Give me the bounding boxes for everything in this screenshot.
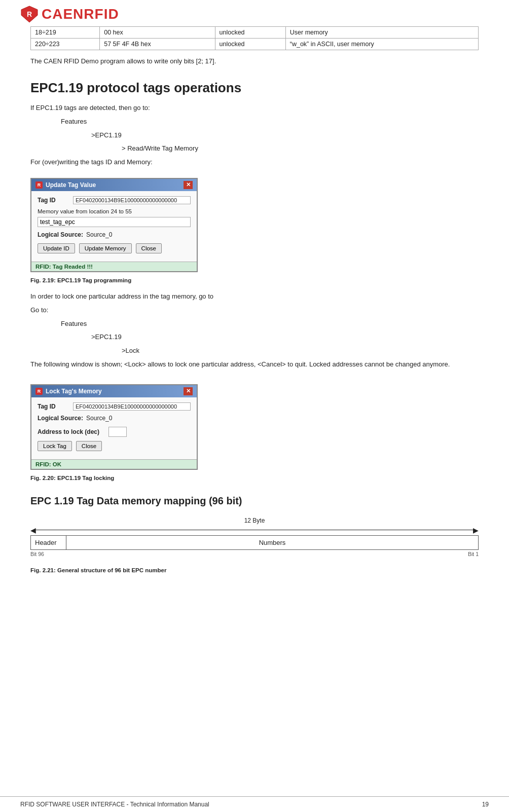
table-cell: unlocked — [215, 39, 285, 50]
table-cell: 220÷223 — [31, 39, 100, 50]
section2-para3: The following window is shown; <Lock> al… — [30, 359, 479, 370]
table-row: 220÷223 57 5F 4F 4B hex unlocked “w_ok” … — [31, 39, 479, 50]
table-cell: 57 5F 4F 4B hex — [100, 39, 215, 50]
update-tag-dialog: R Update Tag Value ✕ Tag ID EF0402000134… — [30, 178, 198, 272]
dialog1-buttons: Update ID Update Memory Close — [38, 243, 191, 253]
table-cell: 00 hex — [100, 27, 215, 39]
update-id-button[interactable]: Update ID — [38, 243, 75, 253]
dialog1-title: Update Tag Value — [46, 181, 96, 189]
dialog1-source-label: Logical Source: — [38, 231, 83, 238]
dialog1-body: Tag ID EF0402000134B9E10000000000000000 … — [31, 191, 197, 262]
dialog2-tagid-row: Tag ID EF0402000134B9E10000000000000000 — [38, 402, 191, 411]
table-cell: 18÷219 — [31, 27, 100, 39]
dialog1-titlebar: R Update Tag Value ✕ — [31, 179, 197, 191]
section2-epc: >EPC1.19 — [91, 332, 479, 343]
dialog1-source-value: Source_0 — [86, 231, 112, 238]
lock-tag-dialog-wrapper: R Lock Tag's Memory ✕ Tag ID EF040200013… — [30, 384, 198, 470]
section1-para1: If EPC1.19 tags are detected, then go to… — [30, 103, 479, 114]
dialog1-tagid-row: Tag ID EF0402000134B9E10000000000000000 — [38, 196, 191, 204]
memory-map-diagram: 12 Byte ◀ ▶ Header Numbers Bit 96 Bit 1 — [30, 517, 479, 557]
page-content: 18÷219 00 hex unlocked User memory 220÷2… — [0, 26, 509, 602]
dialog2-tagid-label: Tag ID — [38, 403, 73, 410]
section2-para1: In order to lock one particular address … — [30, 291, 479, 302]
dialog2-source-row: Logical Source: Source_0 — [38, 415, 191, 422]
fig1-caption: Fig. 2.19: EPC1.19 Tag programming — [30, 277, 479, 283]
lock-tag-dialog: R Lock Tag's Memory ✕ Tag ID EF040200013… — [30, 384, 198, 470]
arrow-left-tip: ◀ — [30, 526, 36, 534]
memory-map-bit-labels: Bit 96 Bit 1 — [30, 551, 479, 557]
dialog2-source-label: Logical Source: — [38, 415, 83, 422]
arrow-right-tip: ▶ — [473, 526, 479, 534]
dialog2-close-x-button[interactable]: ✕ — [184, 387, 193, 395]
table-cell: User memory — [285, 27, 478, 39]
lock-tag-button[interactable]: Lock Tag — [38, 441, 72, 451]
update-memory-button[interactable]: Update Memory — [79, 243, 132, 253]
intro-text: The CAEN RFID Demo program allows to wri… — [30, 57, 479, 65]
dialog1-close-button[interactable]: Close — [136, 243, 162, 253]
dialog1-tagid-value: EF0402000134B9E10000000000000000 — [73, 196, 191, 204]
section1-para2: For (over)writing the tags ID and Memory… — [30, 157, 479, 168]
dialog1-title-left: R Update Tag Value — [35, 181, 96, 189]
memory-map-cells: Header Numbers — [30, 535, 479, 550]
memory-map-byte-label: 12 Byte — [30, 517, 479, 524]
arrow-line — [36, 530, 473, 530]
dialog2-icon: R — [35, 388, 43, 395]
section2-lock: >Lock — [122, 346, 479, 356]
page-header: R CAENRFID — [0, 0, 509, 26]
fig2-caption: Fig. 2.20: EPC1.19 Tag locking — [30, 475, 479, 481]
table-cell: unlocked — [215, 27, 285, 39]
section1-features: Features — [61, 117, 479, 127]
dialog2-address-label: Address to lock (dec) — [38, 428, 108, 435]
bit-left-label: Bit 96 — [30, 551, 44, 557]
dialog1-memory-input[interactable] — [38, 217, 191, 227]
dialog2-title: Lock Tag's Memory — [46, 388, 102, 395]
dialog2-address-row: Address to lock (dec) — [38, 427, 191, 437]
dialog1-close-x-button[interactable]: ✕ — [184, 181, 193, 189]
dialog1-icon: R — [35, 181, 43, 189]
logo: R CAENRFID — [20, 5, 119, 23]
svg-text:R: R — [27, 10, 32, 18]
update-tag-dialog-wrapper: R Update Tag Value ✕ Tag ID EF0402000134… — [30, 178, 198, 272]
dialog2-close-button[interactable]: Close — [76, 441, 102, 451]
section1-epc: >EPC1.19 — [91, 130, 479, 141]
fig3-caption: Fig. 2.21: General structure of 96 bit E… — [30, 567, 479, 573]
memory-table: 18÷219 00 hex unlocked User memory 220÷2… — [30, 26, 479, 50]
page-footer: RFID SOFTWARE USER INTERFACE - Technical… — [0, 796, 509, 812]
table-row: 18÷219 00 hex unlocked User memory — [31, 27, 479, 39]
section2-features: Features — [61, 319, 479, 329]
dialog2-body: Tag ID EF0402000134B9E10000000000000000 … — [31, 397, 197, 459]
dialog2-title-left: R Lock Tag's Memory — [35, 388, 102, 395]
table-cell: “w_ok” in ASCII, user memory — [285, 39, 478, 50]
dialog1-source-row: Logical Source: Source_0 — [38, 231, 191, 238]
dialog2-tagid-value: EF0402000134B9E10000000000000000 — [73, 402, 191, 411]
memory-cell-numbers: Numbers — [66, 536, 478, 549]
dialog2-titlebar: R Lock Tag's Memory ✕ — [31, 385, 197, 397]
dialog1-memory-label: Memory value from location 24 to 55 — [38, 208, 191, 214]
section1-heading: EPC1.19 protocol tags operations — [30, 80, 479, 96]
dialog1-status: RFID: Tag Readed !!! — [31, 262, 197, 271]
dialog1-tagid-label: Tag ID — [38, 197, 73, 204]
footer-left: RFID SOFTWARE USER INTERFACE - Technical… — [20, 801, 209, 808]
dialog2-status: RFID: OK — [31, 459, 197, 469]
section2-para2: Go to: — [30, 305, 479, 316]
footer-right: 19 — [482, 801, 489, 808]
bit-right-label: Bit 1 — [468, 551, 479, 557]
memory-map-arrow: ◀ ▶ — [30, 526, 479, 534]
logo-text: CAENRFID — [42, 6, 119, 22]
section3-heading: EPC 1.19 Tag Data memory mapping (96 bit… — [30, 495, 479, 507]
dialog2-address-input[interactable] — [108, 427, 127, 437]
memory-cell-header: Header — [31, 536, 66, 549]
section1-readwrite: > Read/Write Tag Memory — [122, 143, 479, 154]
dialog2-source-value: Source_0 — [86, 415, 112, 422]
caenrfid-logo-icon: R — [20, 5, 39, 23]
dialog2-buttons: Lock Tag Close — [38, 441, 191, 451]
